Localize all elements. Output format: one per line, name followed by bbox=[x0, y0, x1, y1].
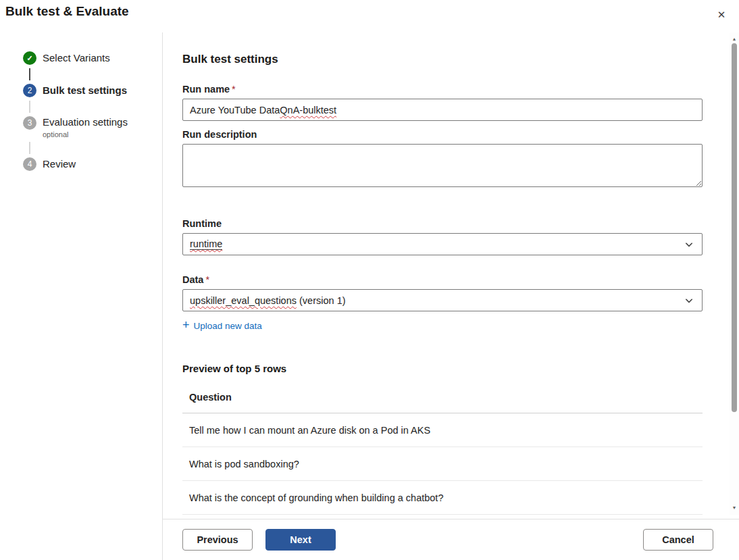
step-completed-check-icon: ✓ bbox=[23, 51, 36, 65]
step-label: Bulk test settings bbox=[43, 84, 127, 96]
wizard-stepper: ✓ Select Variants 2 Bulk test settings 3… bbox=[0, 32, 163, 560]
data-label: Data* bbox=[182, 274, 730, 285]
run-name-input[interactable]: Azure YouTube Data QnA-bulktest bbox=[182, 99, 703, 121]
next-button[interactable]: Next bbox=[265, 529, 336, 551]
step-select-variants[interactable]: ✓ Select Variants bbox=[23, 51, 162, 65]
run-name-value-flagged: QnA-bulktest bbox=[280, 105, 336, 116]
run-name-value: Azure YouTube Data bbox=[190, 105, 280, 116]
data-value-flagged: upskiller_eval_questions bbox=[190, 295, 297, 306]
previous-button[interactable]: Previous bbox=[182, 529, 253, 551]
step-label: Review bbox=[43, 157, 76, 170]
dialog-title: Bulk test & Evaluate bbox=[5, 4, 129, 19]
scroll-down-icon[interactable]: ▼ bbox=[730, 503, 739, 512]
table-row: Tell me how I can mount an Azure disk on… bbox=[182, 413, 703, 447]
run-name-label: Run name* bbox=[182, 84, 730, 95]
step-number-icon: 2 bbox=[23, 84, 36, 97]
preview-table: Question Tell me how I can mount an Azur… bbox=[182, 385, 703, 515]
data-dropdown[interactable]: upskiller_eval_questions (version 1) bbox=[182, 289, 703, 311]
runtime-label: Runtime bbox=[182, 218, 730, 229]
table-row: What is pod sandboxing? bbox=[182, 447, 703, 481]
step-label: Evaluation settings bbox=[43, 116, 128, 128]
chevron-down-icon bbox=[684, 240, 694, 249]
table-row: What is the concept of grounding when bu… bbox=[182, 481, 703, 515]
run-description-input[interactable] bbox=[182, 144, 703, 187]
table-header-question: Question bbox=[182, 385, 703, 413]
bulk-test-settings-panel: Bulk test settings Run name* Azure YouTu… bbox=[163, 32, 730, 515]
step-connector bbox=[29, 142, 30, 154]
upload-new-data-link[interactable]: + Upload new data bbox=[182, 320, 262, 331]
step-connector bbox=[29, 68, 30, 80]
upload-new-data-label: Upload new data bbox=[194, 321, 262, 331]
cancel-button[interactable]: Cancel bbox=[643, 529, 713, 551]
step-connector bbox=[29, 101, 30, 113]
required-asterisk: * bbox=[232, 84, 236, 95]
required-asterisk: * bbox=[205, 274, 209, 285]
wizard-footer: Previous Next Cancel bbox=[163, 519, 739, 560]
chevron-down-icon bbox=[684, 296, 694, 305]
preview-heading: Preview of top 5 rows bbox=[182, 363, 730, 374]
runtime-value: runtime bbox=[190, 238, 222, 250]
step-label: Select Variants bbox=[43, 51, 110, 63]
step-sublabel: optional bbox=[43, 130, 128, 138]
section-heading: Bulk test settings bbox=[182, 53, 730, 66]
step-review[interactable]: 4 Review bbox=[23, 157, 162, 171]
vertical-scrollbar[interactable]: ▲ ▼ bbox=[730, 32, 739, 515]
data-value: upskiller_eval_questions (version 1) bbox=[190, 295, 346, 306]
close-icon: ✕ bbox=[717, 9, 726, 21]
run-description-label: Run description bbox=[182, 129, 730, 140]
plus-icon: + bbox=[182, 319, 190, 331]
step-evaluation-settings[interactable]: 3 Evaluation settings optional bbox=[23, 116, 162, 138]
step-bulk-test-settings[interactable]: 2 Bulk test settings bbox=[23, 84, 162, 97]
scroll-up-icon[interactable]: ▲ bbox=[730, 34, 739, 43]
step-number-icon: 3 bbox=[23, 116, 36, 130]
scroll-thumb[interactable] bbox=[732, 43, 737, 412]
close-button[interactable]: ✕ bbox=[712, 5, 731, 24]
step-number-icon: 4 bbox=[23, 157, 36, 171]
runtime-dropdown[interactable]: runtime bbox=[182, 233, 703, 255]
